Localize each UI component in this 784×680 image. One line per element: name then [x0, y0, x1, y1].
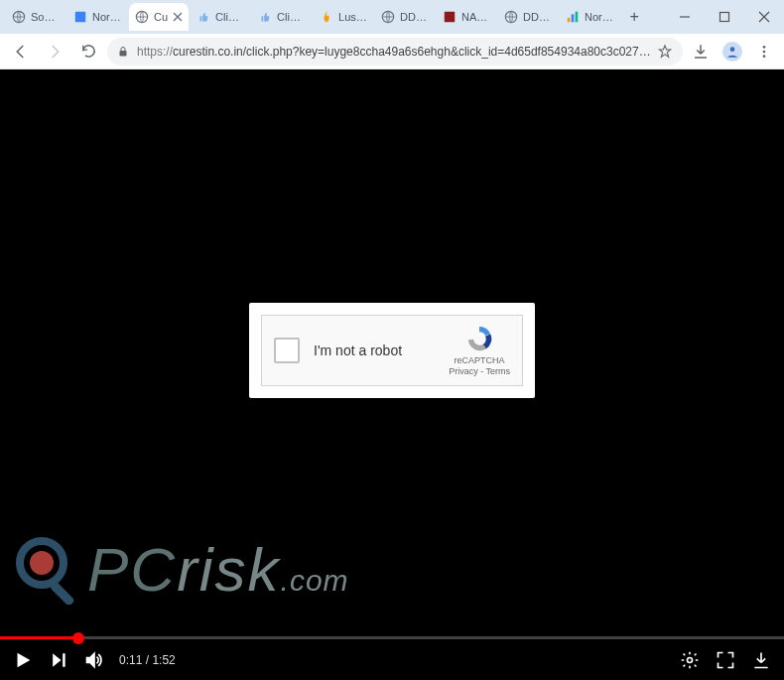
- window-controls: [665, 0, 784, 34]
- download-video-button[interactable]: [750, 649, 772, 671]
- maximize-button[interactable]: [705, 2, 744, 32]
- svg-rect-1: [75, 12, 86, 23]
- url-protocol: https://: [137, 45, 173, 59]
- svg-point-16: [30, 551, 54, 575]
- captcha-checkbox[interactable]: [274, 338, 300, 363]
- svg-rect-7: [572, 14, 575, 22]
- watermark-part2: risk: [177, 535, 280, 604]
- captcha-brand: reCAPTCHA Privacy - Terms: [449, 324, 510, 377]
- tab-item[interactable]: Click &: [252, 3, 312, 31]
- svg-rect-9: [720, 13, 729, 22]
- tab-label: NARA: [461, 11, 490, 23]
- tab-item[interactable]: Click &: [191, 3, 250, 31]
- tab-label: Click &: [277, 11, 306, 23]
- volume-button[interactable]: [83, 649, 105, 671]
- thumbs-icon: [196, 10, 210, 24]
- bars-icon: [566, 10, 580, 24]
- tab-item-active[interactable]: Cu: [129, 3, 189, 31]
- tab-strip: Sound Nortor Cu Click & Click & Lust G D…: [0, 0, 665, 34]
- page-content: I'm not a robot reCAPTCHA Privacy - Term…: [0, 69, 784, 680]
- square-icon: [73, 10, 87, 24]
- url-text: https://curestin.co.in/click.php?key=luy…: [137, 45, 651, 59]
- svg-point-14: [763, 55, 766, 58]
- profile-button[interactable]: [719, 38, 746, 66]
- back-button[interactable]: [6, 37, 36, 67]
- captcha-legal[interactable]: Privacy - Terms: [449, 366, 510, 377]
- svg-point-18: [688, 658, 693, 663]
- tab-label: Click &: [215, 11, 244, 23]
- tab-label: Lust G: [338, 11, 367, 23]
- tab-label: Nortor: [585, 11, 613, 23]
- video-progress-bar[interactable]: [0, 636, 784, 639]
- tab-item[interactable]: Nortor: [560, 3, 619, 31]
- captcha-card: I'm not a robot reCAPTCHA Privacy - Term…: [249, 303, 535, 398]
- url-path: curestin.co.in/click.php?key=luyge8ccha4…: [173, 45, 651, 59]
- svg-rect-6: [568, 18, 571, 22]
- tab-item[interactable]: Nortor: [67, 3, 127, 31]
- menu-button[interactable]: [750, 38, 778, 66]
- fullscreen-button[interactable]: [715, 649, 736, 671]
- next-button[interactable]: [48, 649, 69, 671]
- tab-item[interactable]: DDOS: [375, 3, 435, 31]
- recaptcha-icon: [464, 324, 494, 353]
- tab-label: DDOS: [523, 11, 552, 23]
- svg-rect-8: [576, 12, 579, 23]
- video-duration: 1:52: [152, 653, 175, 667]
- tab-item[interactable]: Sound: [6, 3, 65, 31]
- flame-icon: [320, 10, 333, 24]
- svg-point-11: [730, 47, 735, 52]
- square-icon: [443, 10, 457, 24]
- svg-point-13: [763, 50, 766, 53]
- watermark-tld: .com: [281, 564, 349, 597]
- watermark-part1: PC: [87, 535, 177, 604]
- globe-icon: [135, 10, 149, 24]
- tab-item[interactable]: DDOS: [498, 3, 558, 31]
- video-current-time: 0:11: [119, 653, 142, 667]
- tab-label: Sound: [31, 11, 60, 23]
- tab-label: Nortor: [92, 11, 121, 23]
- captcha-widget: I'm not a robot reCAPTCHA Privacy - Term…: [261, 315, 523, 386]
- svg-point-12: [763, 46, 766, 49]
- reload-button[interactable]: [73, 37, 103, 67]
- minimize-button[interactable]: [665, 2, 705, 32]
- close-window-button[interactable]: [744, 2, 784, 32]
- window-titlebar: Sound Nortor Cu Click & Click & Lust G D…: [0, 0, 784, 34]
- watermark-text: PCrisk.com: [87, 534, 349, 605]
- video-time-sep: /: [142, 653, 152, 667]
- new-tab-button[interactable]: +: [621, 4, 647, 30]
- magnifier-icon: [14, 535, 83, 605]
- captcha-brand-name: reCAPTCHA: [449, 355, 510, 366]
- svg-rect-10: [120, 51, 127, 57]
- play-button[interactable]: [12, 649, 34, 671]
- watermark: PCrisk.com: [14, 534, 349, 605]
- globe-icon: [504, 10, 518, 24]
- captcha-label: I'm not a robot: [314, 342, 435, 358]
- video-controls: 0:11 / 1:52: [0, 640, 784, 680]
- avatar-icon: [722, 42, 742, 62]
- globe-icon: [381, 10, 395, 24]
- globe-icon: [12, 10, 26, 24]
- bookmark-star-icon[interactable]: [657, 44, 673, 60]
- lock-icon: [117, 46, 131, 58]
- thumbs-icon: [258, 10, 272, 24]
- video-progress-played: [0, 636, 78, 639]
- settings-button[interactable]: [679, 649, 701, 671]
- forward-button[interactable]: [40, 37, 69, 67]
- tab-label: Cu: [154, 11, 168, 23]
- close-icon[interactable]: [173, 12, 183, 22]
- video-time: 0:11 / 1:52: [119, 653, 176, 667]
- svg-rect-17: [50, 581, 75, 605]
- tab-label: DDOS: [400, 11, 429, 23]
- tab-item[interactable]: Lust G: [314, 3, 373, 31]
- svg-rect-4: [445, 12, 456, 23]
- browser-toolbar: https://curestin.co.in/click.php?key=luy…: [0, 34, 784, 69]
- tab-item[interactable]: NARA: [437, 3, 496, 31]
- address-bar[interactable]: https://curestin.co.in/click.php?key=luy…: [107, 38, 683, 66]
- downloads-button[interactable]: [687, 38, 715, 66]
